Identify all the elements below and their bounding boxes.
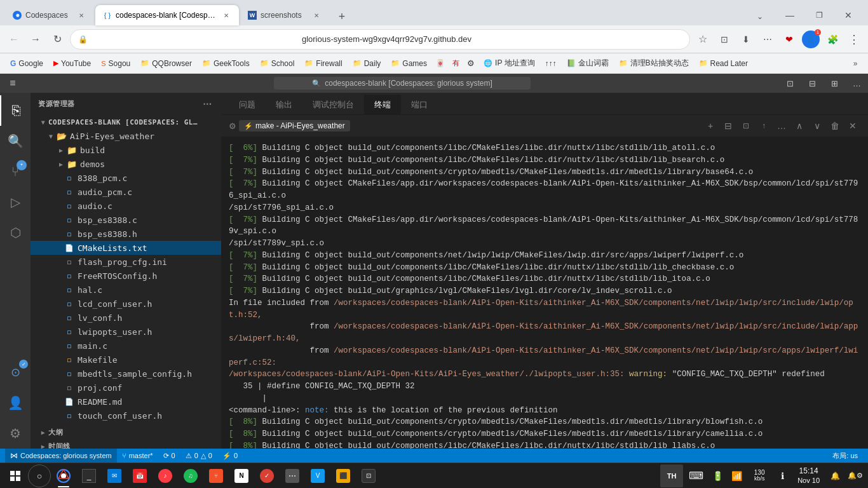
- bookmark-page-button[interactable]: ☆: [694, 30, 712, 48]
- taskbar-todoist[interactable]: ✓: [254, 463, 280, 489]
- taskbar-lang[interactable]: TH: [660, 464, 683, 487]
- bookmark-games[interactable]: 📁 Games: [386, 56, 432, 71]
- tab-search-button[interactable]: ⊡: [715, 30, 733, 48]
- bookmark-jinshan[interactable]: 📗 金山词霸: [562, 56, 614, 71]
- status-sync[interactable]: ⟳ 0: [158, 449, 180, 463]
- tree-outline[interactable]: ▶ 大纲: [31, 425, 221, 439]
- taskbar-info[interactable]: ℹ: [773, 467, 791, 485]
- terminal-trash-button[interactable]: 🗑: [827, 118, 843, 133]
- terminal-views-button[interactable]: ⊡: [738, 118, 754, 133]
- browser-tab-1[interactable]: ⎈ Codespaces ✕: [5, 5, 94, 25]
- bookmark-readlater[interactable]: 📁 Read Later: [694, 56, 753, 71]
- tab-output[interactable]: 输出: [266, 95, 302, 114]
- tree-timeline[interactable]: ▶ 时间线: [31, 439, 221, 449]
- status-errors[interactable]: ⚠ 0 △ 0: [180, 449, 217, 463]
- taskbar-spotify[interactable]: ♫: [178, 463, 203, 489]
- bookmarks-overflow-button[interactable]: »: [848, 56, 863, 71]
- vscode-search-bar[interactable]: 🔍 codespaces-blank [Codespaces: glorious…: [274, 77, 530, 90]
- tree-item-main[interactable]: ◻ main.c: [31, 339, 221, 353]
- vscode-layout-icon2[interactable]: ⊟: [801, 74, 824, 93]
- reload-button[interactable]: ↻: [48, 30, 66, 48]
- profile-button[interactable]: 👤 1: [802, 30, 820, 48]
- tab3-close[interactable]: ✕: [311, 10, 322, 20]
- taskbar-screen[interactable]: ⊡: [356, 463, 381, 489]
- activity-account[interactable]: 👤: [0, 388, 31, 418]
- bookmark-qqbrowser[interactable]: 📁 QQBrowser: [135, 56, 197, 71]
- activity-settings[interactable]: ⚙: [0, 418, 31, 449]
- vscode-layout-icon3[interactable]: ⊞: [824, 74, 846, 93]
- tree-item-freertos[interactable]: ◻ FreeRTOSConfig.h: [31, 269, 221, 283]
- new-tab-button[interactable]: +: [333, 8, 351, 25]
- taskbar-finder[interactable]: ⬛: [330, 463, 356, 489]
- taskbar-notification[interactable]: 🔔: [826, 467, 844, 485]
- taskbar-extra-toggle[interactable]: 🔔⚙: [845, 467, 865, 485]
- tree-item-mbedtls[interactable]: ◻ mbedtls_sample_config.h: [31, 367, 221, 381]
- bookmark-google[interactable]: G Google: [5, 56, 48, 71]
- terminal-down-button[interactable]: ∨: [810, 118, 825, 133]
- tree-item-lcd[interactable]: ◻ lcd_conf_user.h: [31, 297, 221, 311]
- tree-item-flash[interactable]: ◻ flash_prog_cfg.ini: [31, 255, 221, 269]
- tree-item-audiopcm[interactable]: ◻ audio_pcm.c: [31, 185, 221, 199]
- vscode-layout-icon1[interactable]: ⊡: [779, 74, 801, 93]
- bookmark-up[interactable]: ↑↑↑: [540, 56, 562, 71]
- minimize-button[interactable]: —: [775, 5, 804, 25]
- bookmark-firewall[interactable]: 📁 Firewall: [299, 56, 347, 71]
- tree-item-build[interactable]: ▶ 📁 build: [31, 143, 221, 157]
- activity-search[interactable]: 🔍: [0, 126, 31, 156]
- tree-item-8388pcm[interactable]: ◻ 8388_pcm.c: [31, 171, 221, 185]
- tree-item-readme[interactable]: 📄 README.md: [31, 395, 221, 409]
- tree-item-audio[interactable]: ◻ audio.c: [31, 199, 221, 213]
- terminal-more-button[interactable]: …: [774, 118, 789, 133]
- tree-item-bsp2[interactable]: ◻ bsp_es8388.h: [31, 227, 221, 241]
- terminal-up-button[interactable]: ∧: [792, 118, 807, 133]
- vscode-sidebar-toggle[interactable]: ≡: [0, 74, 25, 93]
- taskbar-mail[interactable]: ✉: [102, 463, 127, 489]
- project-folder[interactable]: ▼ 📂 AiPi-Eyes_weather: [31, 129, 221, 143]
- sidebar-new-file-icon[interactable]: ⋯: [201, 98, 214, 111]
- terminal-close-button[interactable]: ✕: [845, 118, 860, 133]
- taskbar-chrome[interactable]: [51, 463, 76, 489]
- bookmark-daily[interactable]: 📁 Daily: [348, 56, 386, 71]
- share-button[interactable]: ⋯: [759, 30, 776, 48]
- taskbar-battery[interactable]: 🔋: [709, 467, 726, 485]
- taskbar-network[interactable]: 📶: [728, 467, 745, 485]
- taskbar-search-button[interactable]: ○: [28, 464, 51, 487]
- browser-tab-3[interactable]: W screenshots ✕: [240, 5, 329, 25]
- bookmark-school[interactable]: 📁 School: [255, 56, 300, 71]
- activity-source-control[interactable]: ⑂ *: [0, 156, 31, 187]
- taskbar-calendar[interactable]: 📅: [127, 463, 153, 489]
- bookmark-ip[interactable]: 🌐 IP 地址查询: [478, 56, 539, 71]
- status-layout[interactable]: 布局: us: [827, 449, 863, 463]
- forward-button[interactable]: →: [27, 30, 44, 48]
- tree-item-cmake[interactable]: 📄 CMakeLists.txt: [31, 241, 221, 255]
- bookmark-sogou[interactable]: S Sogou: [96, 56, 135, 71]
- tree-item-hal[interactable]: ◻ hal.c: [31, 283, 221, 297]
- bookmark-mahjong[interactable]: 🀄: [432, 56, 449, 71]
- bookmark-geektools[interactable]: 📁 GeekTools: [197, 56, 255, 71]
- taskbar-speed-widget[interactable]: 130 kb/s: [747, 464, 772, 487]
- tree-item-lwip[interactable]: ◻ lwipopts_user.h: [31, 325, 221, 339]
- activity-run[interactable]: ▷: [0, 187, 31, 217]
- taskbar-git-app[interactable]: ⑂: [203, 463, 229, 489]
- address-bar[interactable]: 🔒 glorious-system-wg9xgv4qrr92vg7v.githu…: [70, 29, 690, 50]
- terminal-split-button[interactable]: ⊟: [721, 118, 736, 133]
- tree-item-bsp1[interactable]: ◻ bsp_es8388.c: [31, 213, 221, 227]
- bookmark-github[interactable]: ⚙: [463, 56, 478, 71]
- back-button[interactable]: ←: [5, 30, 23, 48]
- tab-terminal[interactable]: 终端: [364, 95, 401, 114]
- favorites-button[interactable]: ❤: [780, 30, 798, 48]
- tab2-close[interactable]: ✕: [221, 10, 231, 20]
- tree-item-touch[interactable]: ◻ touch_conf_user.h: [31, 409, 221, 423]
- tree-item-makefile[interactable]: ◻ Makefile: [31, 353, 221, 367]
- taskbar-datetime[interactable]: 15:14 Nov 10: [792, 463, 825, 489]
- status-remote2[interactable]: ⚡ 0: [217, 449, 243, 463]
- taskbar-more-apps[interactable]: ⋯: [280, 463, 305, 489]
- terminal-content[interactable]: [ 6%] Building C object build_out/compon…: [221, 137, 868, 449]
- maximize-button[interactable]: ❐: [804, 5, 834, 25]
- taskbar-notion[interactable]: N: [229, 463, 254, 489]
- browser-tab-2[interactable]: { } codespaces-blank [Codespaces:... ✕: [95, 5, 239, 25]
- taskbar-music[interactable]: ♪: [153, 463, 178, 489]
- more-button[interactable]: ⋮: [845, 30, 863, 48]
- activity-extensions[interactable]: ⬡: [0, 217, 31, 248]
- tree-root-item[interactable]: ▼ CODESPACES-BLANK [CODESPACES: GLORIOUS…: [31, 115, 221, 129]
